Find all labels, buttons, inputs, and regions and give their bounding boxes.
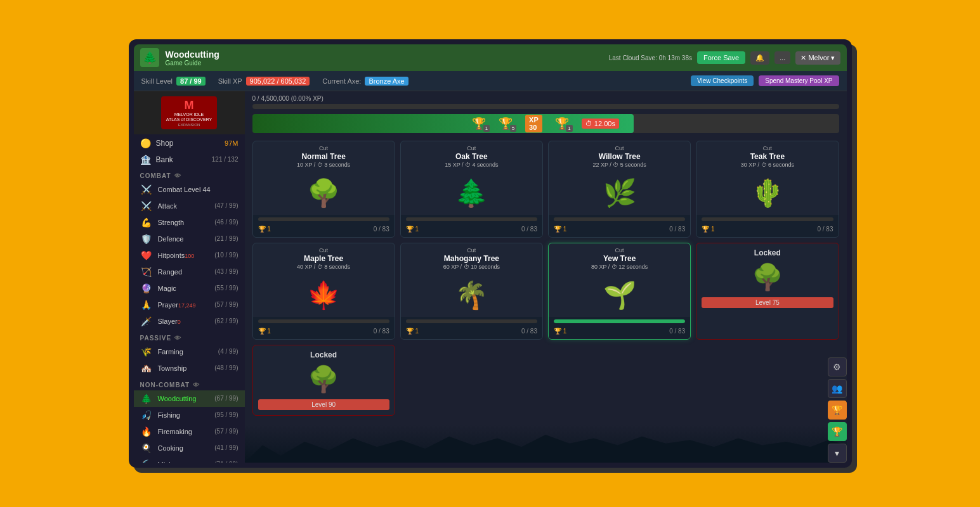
trophy-button-1[interactable]: 🏆 <box>828 401 847 420</box>
magic-icon: 🔮 <box>140 283 153 293</box>
tree-body-maple: 🏆 1 0 / 83 <box>253 317 395 339</box>
combat-section-header: COMBAT 👁 <box>134 167 245 181</box>
tree-name-maple: Maple Tree <box>258 254 389 263</box>
bank-slots: 121 / 132 <box>212 156 238 163</box>
xp-bar-section: 0 / 4,500,000 (0.00% XP) <box>245 91 847 112</box>
tree-xp-teak: 30 XP / ⏱ 6 seconds <box>702 162 833 168</box>
force-save-button[interactable]: Force Save <box>697 51 745 64</box>
tree-card-header-teak: Cut Teak Tree 30 XP / ⏱ 6 seconds <box>696 141 838 170</box>
sidebar-item-combat-level[interactable]: ⚔️ Combat Level 44 <box>134 181 245 198</box>
tree-name-teak: Teak Tree <box>702 152 833 161</box>
mastery-trophy-teak: 🏆 1 <box>702 226 714 233</box>
tree-mastery-yew: 🏆 1 0 / 83 <box>554 326 685 337</box>
action-buttons-panel: ⚙ 👥 🏆 🏆 ▾ <box>823 352 852 468</box>
tree-image-mahogany: 🌴 <box>401 273 542 317</box>
tree-body-mahogany: 🏆 1 0 / 83 <box>401 317 542 339</box>
sidebar-item-attack[interactable]: ⚔️ Attack (47 / 99) <box>134 198 245 214</box>
skill-title-block: Woodcutting Game Guide <box>166 49 219 67</box>
sidebar-item-ranged[interactable]: 🏹 Ranged (43 / 99) <box>134 264 245 280</box>
tree-card-header-normal: Cut Normal Tree 10 XP / ⏱ 3 seconds <box>253 141 395 170</box>
sidebar-item-defence[interactable]: 🛡️ Defence (21 / 99) <box>134 231 245 247</box>
locked-overlay: Locked 🌳 Level 90 <box>253 345 395 415</box>
tree-card-maple[interactable]: Cut Maple Tree 40 XP / ⏱ 8 seconds 🍁 🏆 1… <box>252 243 395 340</box>
passive-header-text: PASSIVE <box>140 335 172 342</box>
tree-name-oak: Oak Tree <box>406 152 537 161</box>
defence-icon: 🛡️ <box>140 234 153 244</box>
tree-image-oak: 🌲 <box>401 170 542 215</box>
skill-xp-stat: Skill XP 905,022 / 605,032 <box>218 77 310 86</box>
notification-button[interactable]: 🔔 <box>750 51 769 65</box>
tree-card-magic-locked[interactable]: Locked 🌳 Level 90 <box>252 345 395 416</box>
sidebar-item-farming[interactable]: 🌾 Farming (4 / 99) <box>134 343 245 360</box>
top-bar: 🌲 Woodcutting Game Guide Last Cloud Save… <box>134 44 847 71</box>
combat-skills-list: ⚔️ Attack (47 / 99) 💪 Strength (46 / 99)… <box>134 198 245 330</box>
tree-action-mahogany: Cut <box>406 247 537 254</box>
sidebar: M MELVOR IDLE ATLAS of DISCOVERY EXPANSI… <box>134 91 245 463</box>
tree-image-normal: 🌳 <box>253 170 395 215</box>
tree-card-mahogany[interactable]: Cut Mahogany Tree 60 XP / ⏱ 10 seconds 🌴… <box>400 243 543 340</box>
passive-skills-list: 🌾 Farming (4 / 99) 🏘️ Township (48 / 99) <box>134 343 245 376</box>
strength-level: (46 / 99) <box>214 219 238 226</box>
trophy-button-2[interactable]: 🏆 <box>828 422 847 441</box>
tree-card-teak-locked[interactable]: Locked 🌳 Level 75 <box>696 243 839 340</box>
cooking-icon: 🍳 <box>140 443 153 453</box>
farming-icon: 🌾 <box>140 347 153 357</box>
mastery-trophy-maple: 🏆 1 <box>258 328 271 335</box>
firemaking-level: (57 / 99) <box>214 428 238 435</box>
bottom-background <box>245 425 847 463</box>
trophy-badge-3: 1 <box>566 125 572 132</box>
trophy-badge-1: 1 <box>483 125 490 132</box>
mastery-fraction-willow: 0 / 83 <box>669 226 685 233</box>
user-menu-button[interactable]: ✕ Melvor ▾ <box>795 51 840 65</box>
players-button[interactable]: 👥 <box>828 379 847 398</box>
tree-card-header-yew: Cut Yew Tree 80 XP / ⏱ 12 seconds <box>549 243 690 273</box>
attack-icon: ⚔️ <box>140 201 153 211</box>
locked-text: Locked <box>258 350 389 359</box>
tree-card-teak[interactable]: Cut Teak Tree 30 XP / ⏱ 6 seconds 🌵 🏆 1 … <box>696 141 839 238</box>
tree-card-willow[interactable]: Cut Willow Tree 22 XP / ⏱ 5 seconds 🌿 🏆 … <box>548 141 691 238</box>
sidebar-item-firemaking[interactable]: 🔥 Firemaking (57 / 99) <box>134 423 245 440</box>
sidebar-item-cooking[interactable]: 🍳 Cooking (41 / 99) <box>134 440 245 456</box>
settings-button[interactable]: ⚙ <box>828 357 847 376</box>
skill-level-badge: 87 / 99 <box>176 77 206 86</box>
more-options-button[interactable]: ... <box>774 51 790 64</box>
mastery-fraction-normal: 0 / 83 <box>374 226 389 233</box>
combat-level-label: Combat Level 44 <box>158 186 238 193</box>
sidebar-item-woodcutting[interactable]: 🌲 Woodcutting (67 / 99) <box>134 390 245 407</box>
tree-xp-willow: 22 XP / ⏱ 5 seconds <box>554 162 685 168</box>
mastery-trophy-1: 🏆 1 <box>472 117 486 131</box>
tree-card-header-maple: Cut Maple Tree 40 XP / ⏱ 8 seconds <box>253 243 395 273</box>
sidebar-item-magic[interactable]: 🔮 Magic (55 / 99) <box>134 280 245 297</box>
current-axe-badge: Bronze Axe <box>365 77 408 86</box>
sidebar-item-prayer[interactable]: 🙏 Prayer17,249 (57 / 99) <box>134 297 245 313</box>
sidebar-item-shop[interactable]: 🟡 Shop 97M <box>134 134 245 152</box>
magic-label: Magic <box>158 285 210 292</box>
view-checkpoints-button[interactable]: View Checkpoints <box>691 75 754 86</box>
shop-coin-icon: 🟡 <box>140 138 151 148</box>
sidebar-item-slayer[interactable]: 🗡️ Slayer0 (62 / 99) <box>134 313 245 330</box>
tree-card-header-oak: Cut Oak Tree 15 XP / ⏱ 4 seconds <box>401 141 542 170</box>
tree-name-yew: Yew Tree <box>554 254 685 263</box>
hitpoints-level: (10 / 99) <box>214 252 238 259</box>
sidebar-item-hitpoints[interactable]: ❤️ Hitpoints100 (10 / 99) <box>134 247 245 264</box>
mining-icon: ⛏️ <box>140 459 153 463</box>
mastery-trophy-yew: 🏆 1 <box>554 328 566 335</box>
game-guide-link[interactable]: Game Guide <box>166 60 219 67</box>
combat-header-text: COMBAT <box>140 172 171 179</box>
sidebar-item-bank[interactable]: 🏦 Bank 121 / 132 <box>134 152 245 167</box>
expand-button[interactable]: ▾ <box>828 444 847 463</box>
logo-box: M MELVOR IDLE ATLAS of DISCOVERY EXPANSI… <box>161 96 218 129</box>
tree-card-yew[interactable]: Cut Yew Tree 80 XP / ⏱ 12 seconds 🌱 🏆 1 … <box>548 243 691 340</box>
spend-mastery-button[interactable]: Spend Mastery Pool XP <box>759 75 839 86</box>
tree-card-oak[interactable]: Cut Oak Tree 15 XP / ⏱ 4 seconds 🌲 🏆 1 0… <box>400 141 543 238</box>
tree-card-normal[interactable]: Cut Normal Tree 10 XP / ⏱ 3 seconds 🌳 🏆 … <box>252 141 395 238</box>
slayer-level: (62 / 99) <box>214 318 238 324</box>
tree-mastery-teak: 🏆 1 0 / 83 <box>702 224 833 234</box>
sidebar-item-mining[interactable]: ⛏️ Mining (71 / 99) <box>134 456 245 463</box>
sidebar-item-township[interactable]: 🏘️ Township (48 / 99) <box>134 360 245 376</box>
sidebar-item-fishing[interactable]: 🎣 Fishing (95 / 99) <box>134 407 245 423</box>
sidebar-item-strength[interactable]: 💪 Strength (46 / 99) <box>134 214 245 231</box>
tree-grid: Cut Normal Tree 10 XP / ⏱ 3 seconds 🌳 🏆 … <box>245 136 847 425</box>
tree-body-teak: 🏆 1 0 / 83 <box>696 215 838 237</box>
tree-action-teak: Cut <box>702 145 833 151</box>
